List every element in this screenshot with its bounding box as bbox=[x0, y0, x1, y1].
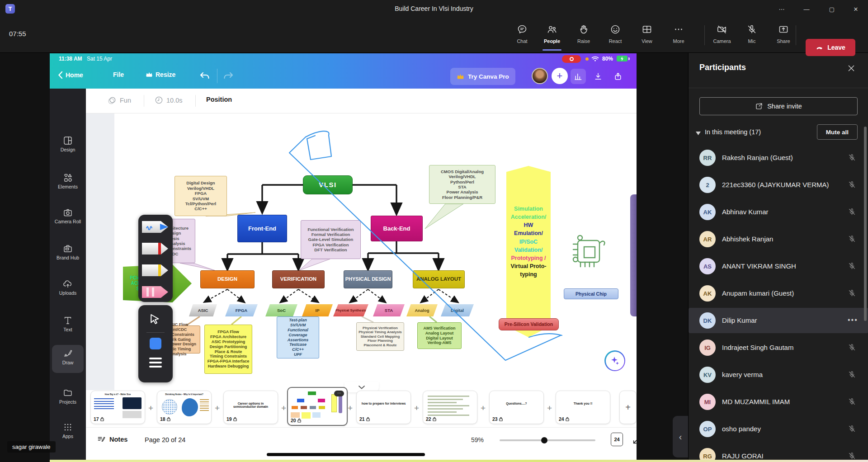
participant-row[interactable]: AS ANANT VIKRAM SINGH bbox=[689, 254, 868, 279]
chevron-down-icon[interactable] bbox=[696, 132, 701, 135]
mic-button[interactable]: Mic bbox=[739, 21, 765, 51]
mic-off-icon[interactable] bbox=[848, 397, 856, 406]
add-page-button[interactable]: + bbox=[281, 403, 286, 413]
undo-button[interactable] bbox=[199, 71, 211, 81]
position-button[interactable]: Position bbox=[206, 96, 232, 103]
participant-row[interactable]: IG Indrajeet Singh Gautam bbox=[689, 335, 868, 360]
react-button[interactable]: React bbox=[602, 21, 628, 51]
diagram-box-back-end: Back-End bbox=[371, 216, 423, 241]
share-invite-button[interactable]: Share invite bbox=[699, 97, 858, 115]
add-page-button[interactable]: + bbox=[215, 403, 220, 413]
account-avatar[interactable] bbox=[532, 68, 548, 84]
sidebar-item-uploads[interactable]: Uploads bbox=[50, 275, 86, 303]
window-minimize-button[interactable]: — bbox=[796, 0, 817, 18]
sidebar-item-elements[interactable]: Elements bbox=[50, 169, 86, 197]
redo-button[interactable] bbox=[222, 71, 234, 81]
page-thumbnail-20[interactable]: ⋯20 bbox=[287, 387, 348, 426]
participant-row[interactable]: 2 221ec3360 (AJAYKUMAR VERMA) bbox=[689, 172, 868, 198]
people-button[interactable]: People bbox=[539, 21, 565, 51]
mic-off-icon[interactable] bbox=[848, 153, 856, 162]
participant-row[interactable]: AK Abhinav Kumar bbox=[689, 199, 868, 225]
participant-row[interactable]: AR Abhishek Ranjan bbox=[689, 226, 868, 252]
close-panel-icon[interactable] bbox=[848, 65, 855, 72]
color-swatch-blue[interactable] bbox=[150, 338, 161, 349]
mute-all-button[interactable]: Mute all bbox=[817, 124, 858, 140]
page-thumbnail-23[interactable]: Questions....?23 bbox=[489, 391, 544, 424]
grid-view-button[interactable]: 24 bbox=[611, 433, 623, 446]
pen-red[interactable] bbox=[142, 243, 168, 255]
back-button[interactable]: Home bbox=[58, 71, 83, 79]
chat-button[interactable]: Chat bbox=[509, 21, 535, 51]
window-maximize-button[interactable]: ▢ bbox=[821, 0, 842, 18]
diagram-box-cmos: CMOS Digital/AnalogVerilog/VHDLPython/Pe… bbox=[429, 165, 495, 204]
add-page-button[interactable]: + bbox=[414, 403, 419, 413]
participant-options-icon[interactable]: ••• bbox=[848, 316, 858, 324]
more-button[interactable]: More bbox=[665, 21, 692, 51]
share-button[interactable]: Share bbox=[770, 21, 797, 51]
notes-button[interactable]: Notes bbox=[97, 435, 127, 444]
participant-row[interactable]: AK Anupam kumari (Guest) bbox=[689, 281, 868, 306]
page-thumbnail-21[interactable]: how to prepare for interviews21 bbox=[356, 391, 411, 424]
page-thumbnail-19[interactable]: Career options in semiconductor domain19 bbox=[223, 391, 278, 424]
panel-scrollbar[interactable] bbox=[864, 127, 867, 321]
collapse-palette-chevron[interactable]: ‹ bbox=[173, 338, 175, 344]
select-cursor-icon[interactable] bbox=[148, 312, 162, 326]
raise-button[interactable]: Raise bbox=[571, 21, 597, 51]
mic-off-icon[interactable] bbox=[848, 235, 856, 243]
leave-button[interactable]: Leave bbox=[806, 39, 855, 56]
sidebar-item-projects[interactable]: Projects bbox=[50, 384, 86, 412]
add-page-button[interactable]: + bbox=[148, 403, 153, 413]
window-more-icon[interactable]: ⋯ bbox=[771, 0, 792, 18]
mic-off-icon[interactable] bbox=[848, 180, 856, 189]
page-thumbnail-17[interactable]: How Big is it? - Wafer Size17 bbox=[90, 391, 145, 424]
mic-off-icon[interactable] bbox=[848, 289, 856, 297]
participant-row[interactable]: RR Rakesh Ranjan (Guest) bbox=[689, 145, 868, 170]
stroke-settings-button[interactable] bbox=[149, 358, 162, 368]
zoom-slider-thumb[interactable] bbox=[541, 437, 547, 443]
sidebar-item-brand-hub[interactable]: Brand Hub bbox=[50, 240, 86, 268]
participant-row[interactable]: KV kavery verma bbox=[689, 362, 868, 387]
highlighter-pink[interactable] bbox=[142, 286, 168, 298]
mic-off-icon[interactable] bbox=[848, 343, 856, 352]
panel-collapse-handle[interactable]: ‹ bbox=[673, 416, 688, 457]
mic-off-icon[interactable] bbox=[848, 452, 856, 460]
new-page-card[interactable]: + bbox=[619, 391, 637, 424]
download-button[interactable] bbox=[590, 69, 606, 84]
participant-row[interactable]: DK Dilip Kumar ••• bbox=[689, 308, 868, 333]
fullscreen-icon[interactable] bbox=[632, 435, 637, 445]
participant-row[interactable]: RG RAJU GORAI bbox=[689, 443, 868, 462]
try-canva-p​ro-button[interactable]: Try Canva Pro bbox=[450, 68, 515, 85]
zoom-slider[interactable] bbox=[500, 439, 595, 441]
sidebar-item-draw[interactable]: Draw bbox=[52, 345, 84, 373]
file-menu[interactable]: File bbox=[113, 71, 124, 78]
mic-off-icon[interactable] bbox=[848, 262, 856, 270]
sidebar-item-design[interactable]: Design bbox=[50, 132, 86, 160]
page-thumbnail-18[interactable]: Shrinking Nodes - Why Is It Important?18 bbox=[157, 391, 212, 424]
camera-button[interactable]: Camera bbox=[709, 21, 735, 51]
duration-button[interactable]: 10.0s bbox=[155, 96, 182, 104]
pen-yellow[interactable] bbox=[142, 264, 168, 276]
page-thumbnail-22[interactable]: 22 bbox=[423, 391, 477, 424]
add-page-button[interactable]: + bbox=[481, 403, 486, 413]
add-page-button[interactable]: + bbox=[547, 403, 552, 413]
mic-off-icon[interactable] bbox=[848, 370, 856, 379]
marker-pen-blue[interactable] bbox=[142, 221, 168, 233]
sidebar-item-text[interactable]: Text bbox=[50, 312, 86, 340]
view-button[interactable]: View bbox=[634, 21, 660, 51]
fun-effect-button[interactable]: Fun bbox=[108, 96, 131, 105]
export-share-button[interactable] bbox=[610, 69, 626, 84]
ipad-home-indicator[interactable] bbox=[267, 453, 425, 456]
mic-off-icon[interactable] bbox=[848, 207, 856, 216]
page-thumbnail-24[interactable]: Thank you !!24 bbox=[556, 391, 610, 424]
magic-assistant-button[interactable] bbox=[604, 350, 625, 371]
add-button[interactable]: + bbox=[552, 68, 568, 84]
participant-row[interactable]: MI MD MUZAMMIL IMAM bbox=[689, 389, 868, 415]
add-page-button[interactable]: + bbox=[348, 403, 353, 413]
resize-button[interactable]: Resize bbox=[146, 71, 175, 78]
window-close-button[interactable]: ✕ bbox=[845, 0, 866, 18]
insights-button[interactable] bbox=[571, 69, 586, 84]
participant-row[interactable]: OP osho pandey bbox=[689, 416, 868, 442]
mic-off-icon[interactable] bbox=[848, 424, 856, 433]
shared-screen: 11:38 AM Sat 15 Apr 80% Home File Resize bbox=[50, 53, 637, 460]
sidebar-item-camera-roll[interactable]: Camera Roll bbox=[50, 204, 86, 232]
